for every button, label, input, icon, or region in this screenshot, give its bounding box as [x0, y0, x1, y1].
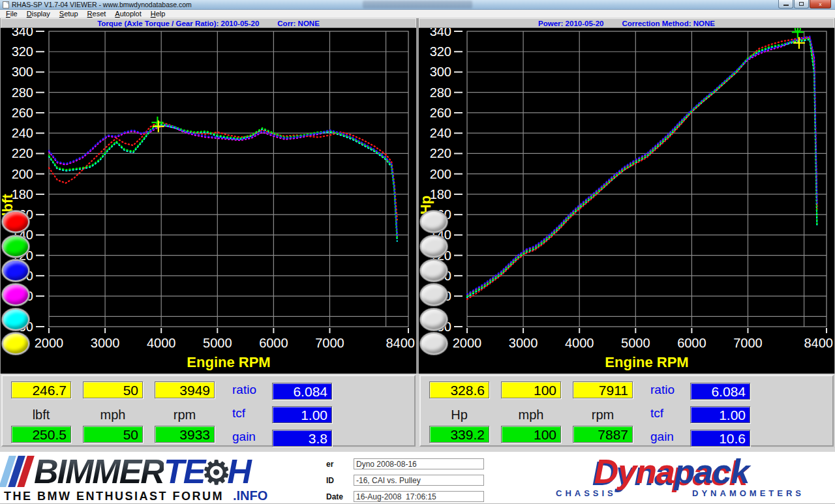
- svg-text:4000: 4000: [147, 336, 176, 350]
- svg-text:340: 340: [12, 28, 33, 38]
- svg-text:2000: 2000: [35, 336, 64, 350]
- power-ratio-value: 6.084: [690, 383, 750, 400]
- run-select-button-3[interactable]: [421, 261, 446, 280]
- menu-display[interactable]: Display: [22, 10, 55, 18]
- torque-gain-label: gain: [232, 430, 256, 444]
- background-window-artifact: [363, 1, 472, 8]
- window-title: RHAS-SP V1.7-04 VIEWER - www.bmwdynodata…: [12, 1, 192, 8]
- power-yellow-cursor-value: 328.6: [429, 381, 489, 398]
- svg-text:280: 280: [12, 85, 33, 100]
- bimmertech-logo: BIMMER TE⚙H THE BMW ENTHUSIAST FORUM .IN…: [4, 453, 350, 503]
- svg-text:8400: 8400: [386, 336, 416, 350]
- menu-reset[interactable]: Reset: [83, 10, 111, 18]
- svg-text:3000: 3000: [509, 336, 538, 350]
- run-select-button-6[interactable]: [421, 334, 446, 353]
- bmw-stripes-icon: [0, 456, 37, 487]
- torque-green-cursor-value: 250.5: [11, 426, 71, 443]
- run-select-button-5[interactable]: [421, 310, 446, 329]
- power-gain-label: gain: [650, 430, 674, 444]
- run-select-button-6[interactable]: [3, 334, 28, 353]
- torque-chart[interactable]: 3403203002802602402202001801601401201008…: [1, 28, 416, 374]
- dynapack-sub-chassis: CHASSIS: [556, 488, 616, 498]
- customer-field-label: er: [326, 460, 354, 469]
- svg-text:240: 240: [12, 126, 33, 140]
- menu-autoplot[interactable]: Autoplot: [110, 10, 145, 18]
- power-panel-header: Power: 2010-05-20 Correction Method: NON…: [419, 18, 834, 28]
- torque-chart-region: 3403203002802602402202001801601401201008…: [1, 28, 416, 374]
- torque-ratio-value: 6.084: [272, 383, 332, 400]
- power-ratio-label: ratio: [650, 383, 675, 397]
- tech-wordmark: TE⚙H: [164, 456, 250, 487]
- id-field-label: ID: [326, 476, 354, 485]
- power-green-cursor-rpm: 7887: [573, 426, 633, 443]
- power-chart[interactable]: 3403203002802602402202001801601401201008…: [419, 28, 834, 374]
- dynapack-word-dyna: Dyna: [594, 452, 675, 490]
- torque-unit-mph: mph: [83, 408, 143, 422]
- run-select-button-5[interactable]: [3, 310, 28, 329]
- svg-text:6000: 6000: [259, 336, 288, 350]
- menu-file[interactable]: File: [1, 10, 22, 18]
- customer-field-input[interactable]: [354, 458, 484, 469]
- run-select-button-1[interactable]: [3, 212, 28, 231]
- svg-text:300: 300: [430, 65, 451, 79]
- svg-text:5000: 5000: [621, 336, 650, 350]
- app-icon: [3, 1, 9, 8]
- torque-panel: Torque (Axle Torque / Gear Ratio): 2010-…: [1, 18, 416, 374]
- svg-text:220: 220: [430, 146, 451, 160]
- maximize-button[interactable]: [794, 0, 809, 8]
- info-suffix: .INFO: [233, 488, 267, 503]
- svg-text:240: 240: [430, 126, 451, 140]
- gear-icon: ⚙: [202, 458, 230, 487]
- run-select-button-1[interactable]: [421, 212, 446, 231]
- window-titlebar: RHAS-SP V1.7-04 VIEWER - www.bmwdynodata…: [0, 0, 835, 10]
- dynapack-logo: Dynapack CHASSIS DYNAMOMETERS: [530, 454, 813, 498]
- minimize-button[interactable]: [778, 0, 793, 8]
- svg-text:200: 200: [430, 167, 451, 181]
- torque-gain-value: 3.8: [272, 430, 332, 447]
- svg-text:260: 260: [430, 106, 451, 120]
- run-select-button-4[interactable]: [3, 285, 28, 304]
- power-chart-region: 3403203002802602402202001801601401201008…: [419, 28, 834, 374]
- menu-setup[interactable]: Setup: [55, 10, 83, 18]
- menu-help[interactable]: Help: [146, 10, 170, 18]
- svg-text:7000: 7000: [733, 336, 763, 350]
- torque-title: Torque (Axle Torque / Gear Ratio): 2010-…: [97, 20, 259, 27]
- torque-unit-lbft: lbft: [11, 408, 71, 422]
- torque-green-cursor-mph: 50: [83, 426, 143, 443]
- svg-text:6000: 6000: [677, 336, 706, 350]
- svg-text:Engine RPM: Engine RPM: [187, 354, 270, 370]
- id-field-input[interactable]: [354, 475, 484, 486]
- torque-unit-rpm: rpm: [155, 408, 215, 422]
- power-unit-mph: mph: [501, 408, 561, 422]
- dynapack-sub-dynamometers: DYNAMOMETERS: [692, 488, 804, 498]
- restore-icon: [799, 2, 804, 6]
- run-select-button-4[interactable]: [421, 285, 446, 304]
- torque-tcf-value: 1.00: [272, 406, 332, 423]
- run-select-button-2[interactable]: [3, 237, 28, 256]
- date-field-input[interactable]: [354, 491, 484, 502]
- footer: BIMMER TE⚙H THE BMW ENTHUSIAST FORUM .IN…: [0, 448, 835, 504]
- svg-text:340: 340: [430, 28, 451, 38]
- power-unit-rpm: rpm: [573, 408, 633, 422]
- torque-correction: Corr: NONE: [277, 20, 320, 27]
- power-green-cursor-value: 339.2: [429, 426, 489, 443]
- power-gain-value: 10.6: [690, 430, 750, 447]
- svg-text:Engine RPM: Engine RPM: [605, 354, 688, 370]
- bimmertech-tagline: THE BMW ENTHUSIAST FORUM: [4, 490, 224, 503]
- power-green-cursor-mph: 100: [501, 426, 561, 443]
- close-button[interactable]: x: [810, 0, 831, 8]
- dynapack-word-pack: pack: [675, 452, 750, 490]
- svg-text:280: 280: [430, 85, 451, 100]
- run-metadata: er ID Date: [326, 456, 484, 504]
- run-select-button-2[interactable]: [421, 237, 446, 256]
- svg-text:2000: 2000: [453, 336, 482, 350]
- svg-text:5000: 5000: [203, 336, 232, 350]
- svg-text:8400: 8400: [804, 336, 834, 350]
- power-title: Power: 2010-05-20: [538, 20, 603, 27]
- torque-green-cursor-rpm: 3933: [155, 426, 215, 443]
- power-correction: Correction Method: NONE: [622, 20, 714, 27]
- power-tcf-label: tcf: [650, 406, 663, 421]
- run-select-button-3[interactable]: [3, 261, 28, 280]
- bimmer-wordmark: BIMMER: [34, 456, 164, 487]
- power-yellow-cursor-rpm: 7911: [573, 381, 633, 398]
